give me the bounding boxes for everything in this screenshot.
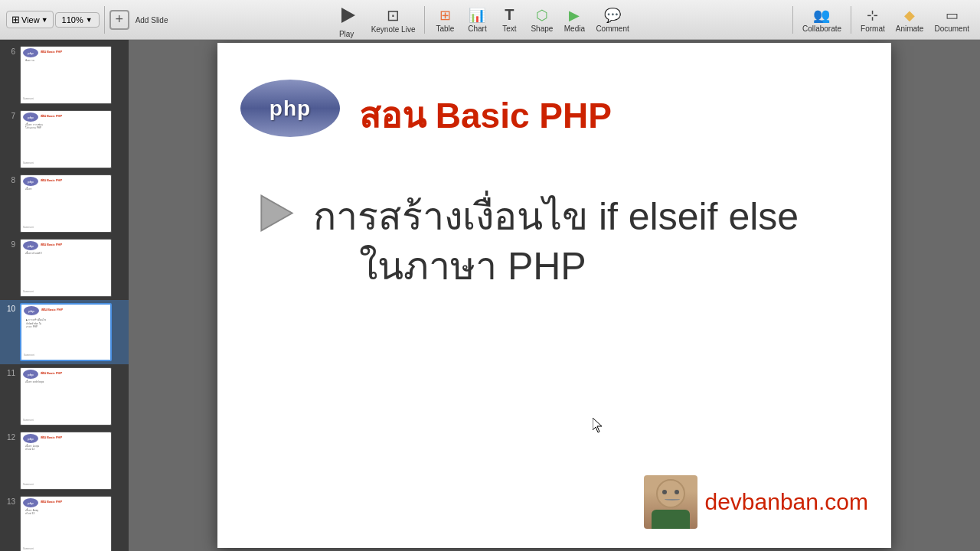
comment-label: Comment	[596, 24, 629, 33]
animate-label: Animate	[896, 24, 924, 33]
slide-thumb-10[interactable]: 10 php สอน Basic PHP ▶ การสร้างเงื่อนไข …	[0, 300, 129, 364]
slide-thumb-7[interactable]: 7 php สอน Basic PHP เนื้อหา การเขียน โปร…	[0, 107, 129, 171]
view-label: View	[21, 15, 40, 24]
document-icon: ▭	[946, 7, 959, 24]
view-button[interactable]: ⊞ View ▼	[6, 11, 54, 28]
divider-1	[104, 6, 105, 34]
slide-num-10: 10	[5, 303, 15, 313]
collaborate-icon: 👥	[813, 7, 830, 24]
play-triangle-icon	[341, 8, 355, 23]
chart-button[interactable]: 📊 Chart	[462, 5, 492, 34]
play-arrow-icon	[256, 192, 298, 234]
play-button[interactable]: Play	[328, 0, 365, 40]
media-icon: ▶	[569, 7, 580, 24]
keynote-live-icon: ⊡	[387, 6, 400, 24]
chart-label: Chart	[468, 24, 486, 33]
animate-button[interactable]: ◆ Animate	[891, 5, 929, 34]
slide-thumb-9[interactable]: 9 php สอน Basic PHP เนื้อหาสไลด์ที่ 9 Su…	[0, 236, 129, 300]
slide-num-8: 8	[5, 174, 15, 184]
toolbar: ⊞ View ▼ 110% ▼ + Add Slide Play ⊡ Keyno…	[0, 0, 980, 40]
slide-preview-10: php สอน Basic PHP ▶ การสร้างเงื่อนไข if …	[20, 303, 112, 361]
document-label: Document	[934, 24, 969, 33]
comment-icon: 💬	[604, 7, 621, 24]
text-icon: T	[505, 6, 514, 24]
chart-icon: 📊	[469, 7, 485, 24]
format-icon: ⊹	[867, 7, 878, 24]
table-button[interactable]: ⊞ Table	[430, 5, 460, 34]
php-logo-text: php	[270, 96, 311, 121]
collaborate-button[interactable]: 👥 Collaborate	[798, 5, 846, 34]
slide-preview-6: php สอน Basic PHP ข้อความ Sumer.net	[20, 46, 112, 104]
content-text-block: การสร้างเงื่อนไข if elseif else ในภาษา P…	[313, 192, 799, 292]
slide-num-12: 12	[5, 432, 15, 442]
comment-button[interactable]: 💬 Comment	[591, 5, 633, 34]
slide-num-9: 9	[5, 239, 15, 249]
format-label: Format	[861, 24, 885, 33]
footer-url: devbanban.com	[705, 489, 869, 515]
slide-footer: devbanban.com	[644, 475, 869, 529]
slide-thumb-6[interactable]: 6 php สอน Basic PHP ข้อความ Sumer.net	[0, 43, 129, 107]
content-main-line: การสร้างเงื่อนไข if elseif else ในภาษา P…	[256, 192, 868, 292]
add-slide-group[interactable]: Add Slide	[131, 14, 173, 26]
shape-button[interactable]: ⬡ Shape	[526, 5, 557, 34]
table-label: Table	[436, 24, 455, 33]
slide-thumb-12[interactable]: 12 php สอน Basic PHP เนื้อหา Loopsสไลด์ …	[0, 429, 129, 493]
slide-preview-7: php สอน Basic PHP เนื้อหา การเขียน โปรแก…	[20, 110, 112, 168]
keynote-live-label: Keynote Live	[371, 25, 416, 34]
avatar	[644, 475, 697, 529]
slide-thumb-8[interactable]: 8 php สอน Basic PHP เนื้อหา Sumer.net	[0, 171, 129, 236]
content-line1: การสร้างเงื่อนไข if elseif else	[313, 192, 799, 242]
slide-thumb-11[interactable]: 11 php สอน Basic PHP เนื้อหา code loops …	[0, 364, 129, 429]
cursor	[593, 418, 605, 436]
slide-preview-9: php สอน Basic PHP เนื้อหาสไลด์ที่ 9 Sume…	[20, 239, 112, 297]
keynote-live-button[interactable]: ⊡ Keynote Live	[367, 5, 420, 35]
slide-preview-8: php สอน Basic PHP เนื้อหา Sumer.net	[20, 174, 112, 233]
text-button[interactable]: T Text	[494, 5, 524, 34]
slide-preview-11: php สอน Basic PHP เนื้อหา code loops Sum…	[20, 367, 112, 425]
animate-icon: ◆	[904, 7, 915, 24]
media-button[interactable]: ▶ Media	[559, 5, 590, 34]
svg-marker-0	[261, 196, 292, 231]
slide-preview-13: php สอน Basic PHP เนื้อหา Arrayสไลด์ 13 …	[20, 496, 112, 551]
table-icon: ⊞	[439, 7, 451, 24]
slide-content: การสร้างเงื่อนไข if elseif else ในภาษา P…	[256, 192, 868, 292]
svg-marker-2	[593, 418, 602, 432]
canvas-area[interactable]: php สอน Basic PHP การสร้างเงื่อนไข if el…	[129, 40, 980, 551]
slide-num-6: 6	[5, 46, 15, 56]
divider-3	[792, 6, 793, 34]
main-area: 6 php สอน Basic PHP ข้อความ Sumer.net 7 …	[0, 40, 980, 551]
slide-panel: 6 php สอน Basic PHP ข้อความ Sumer.net 7 …	[0, 40, 129, 551]
shape-label: Shape	[531, 24, 553, 33]
document-button[interactable]: ▭ Document	[929, 5, 974, 34]
slide-preview-12: php สอน Basic PHP เนื้อหา Loopsสไลด์ 12 …	[20, 432, 112, 490]
content-line2: ในภาษา PHP	[359, 242, 799, 292]
slide-num-11: 11	[5, 367, 15, 377]
slide-num-7: 7	[5, 110, 15, 120]
add-slide-button[interactable]: +	[109, 10, 129, 30]
play-icon	[333, 2, 361, 29]
add-slide-label: Add Slide	[136, 16, 168, 24]
slide-thumb-13[interactable]: 13 php สอน Basic PHP เนื้อหา Arrayสไลด์ …	[0, 493, 129, 551]
slide-title: สอน Basic PHP	[359, 87, 612, 143]
divider-2	[424, 6, 425, 34]
slide-canvas: php สอน Basic PHP การสร้างเงื่อนไข if el…	[217, 43, 891, 548]
play-label: Play	[339, 30, 354, 38]
php-logo: php	[240, 80, 340, 137]
shape-icon: ⬡	[536, 7, 548, 24]
text-label: Text	[502, 24, 516, 33]
zoom-button[interactable]: 110% ▼	[55, 12, 100, 28]
media-label: Media	[564, 24, 585, 33]
format-button[interactable]: ⊹ Format	[856, 5, 890, 34]
divider-4	[851, 6, 851, 34]
zoom-label: 110%	[62, 15, 83, 24]
collaborate-label: Collaborate	[802, 24, 841, 33]
slide-num-13: 13	[5, 496, 15, 506]
php-logo-ellipse: php	[240, 80, 340, 137]
